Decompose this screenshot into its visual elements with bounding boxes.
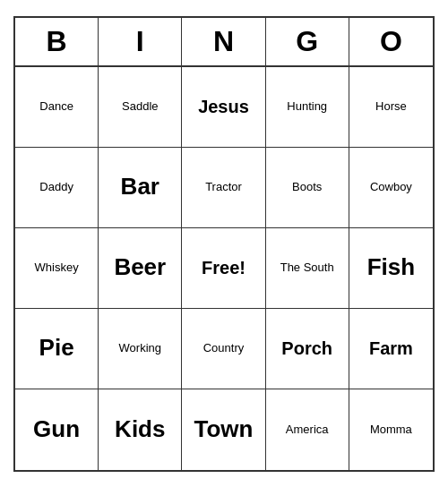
cell-text: Kids [115, 415, 165, 443]
cell-text: Pie [39, 334, 74, 362]
cell-text: Saddle [122, 99, 158, 114]
cell-text: The South [280, 261, 334, 275]
cell-text: Daddy [39, 180, 73, 194]
bingo-cell-13: The South [266, 228, 349, 309]
cell-text: Tractor [205, 180, 242, 194]
bingo-cell-9: Cowboy [349, 148, 433, 228]
bingo-grid: DanceSaddleJesusHuntingHorseDaddyBarTrac… [15, 67, 433, 470]
bingo-cell-3: Hunting [266, 67, 349, 148]
cell-text: Cowboy [370, 180, 412, 194]
bingo-cell-24: Momma [349, 389, 433, 470]
bingo-cell-23: America [266, 389, 349, 470]
cell-text: Working [119, 341, 161, 355]
bingo-cell-21: Kids [99, 389, 182, 470]
cell-text: Boots [292, 180, 322, 194]
cell-text: America [286, 423, 329, 437]
bingo-cell-12: Free! [182, 228, 265, 309]
cell-text: Farm [369, 337, 413, 359]
bingo-cell-0: Dance [15, 67, 99, 148]
bingo-cell-19: Farm [349, 309, 433, 389]
bingo-cell-7: Tractor [182, 148, 265, 228]
bingo-card: BINGO DanceSaddleJesusHuntingHorseDaddyB… [13, 16, 435, 472]
cell-text: Free! [202, 257, 246, 278]
bingo-cell-4: Horse [349, 67, 433, 148]
cell-text: Town [194, 415, 254, 443]
header-letter-g: G [266, 18, 349, 65]
cell-text: Beer [114, 253, 166, 281]
bingo-cell-17: Country [182, 309, 265, 389]
cell-text: Bar [121, 173, 159, 201]
cell-text: Dance [39, 99, 73, 114]
cell-text: Horse [375, 99, 407, 114]
bingo-cell-11: Beer [99, 228, 182, 309]
bingo-cell-6: Bar [99, 148, 182, 228]
bingo-cell-1: Saddle [99, 67, 182, 148]
bingo-header: BINGO [15, 18, 433, 67]
cell-text: Porch [281, 337, 332, 359]
cell-text: Jesus [198, 96, 249, 117]
cell-text: Country [203, 341, 245, 355]
header-letter-i: I [99, 18, 182, 65]
header-letter-n: N [182, 18, 265, 65]
bingo-cell-20: Gun [15, 389, 99, 470]
bingo-cell-8: Boots [266, 148, 349, 228]
bingo-cell-16: Working [99, 309, 182, 389]
cell-text: Hunting [287, 99, 327, 114]
bingo-cell-14: Fish [349, 228, 433, 309]
bingo-cell-15: Pie [15, 309, 99, 389]
header-letter-o: O [349, 18, 433, 65]
cell-text: Momma [370, 423, 412, 437]
cell-text: Whiskey [35, 261, 79, 275]
bingo-cell-5: Daddy [15, 148, 99, 228]
bingo-cell-10: Whiskey [15, 228, 99, 309]
bingo-cell-2: Jesus [182, 67, 265, 148]
bingo-cell-18: Porch [266, 309, 349, 389]
header-letter-b: B [15, 18, 99, 65]
cell-text: Fish [367, 253, 415, 281]
cell-text: Gun [33, 415, 80, 443]
bingo-cell-22: Town [182, 389, 265, 470]
